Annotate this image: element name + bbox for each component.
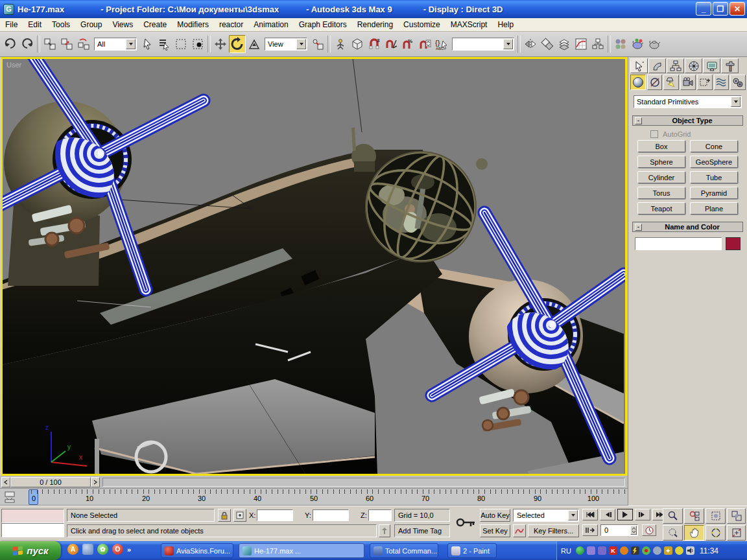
tray-icon-sound-scheme[interactable] (620, 546, 628, 555)
time-configuration-button[interactable] (642, 524, 656, 536)
key-filters-button[interactable]: Key Filters... (528, 524, 579, 537)
torus-button[interactable]: Torus (637, 187, 685, 199)
cone-button[interactable]: Cone (690, 140, 738, 152)
tray-icon-puzzle2[interactable] (598, 546, 606, 555)
select-move-icon[interactable] (212, 35, 229, 53)
systems-category-icon[interactable] (730, 75, 746, 90)
menu-group[interactable]: Group (75, 19, 107, 30)
restore-button[interactable]: ❐ (713, 2, 728, 16)
minimize-button[interactable]: _ (696, 2, 711, 16)
collapse-icon[interactable]: - (635, 117, 642, 124)
pyramid-button[interactable]: Pyramid (690, 187, 738, 199)
menu-tools[interactable]: Tools (47, 19, 75, 30)
region-zoom-button[interactable] (663, 525, 683, 541)
selection-lock-icon[interactable] (218, 509, 231, 522)
taskbar-item-aviaskins[interactable]: AviaSkins.Foru... (161, 543, 233, 558)
absolute-offset-icon[interactable] (233, 509, 246, 522)
zoom-extents-all-button[interactable] (727, 508, 746, 524)
shapes-category-icon[interactable] (647, 75, 663, 90)
tray-icon-kaspersky[interactable]: K (609, 546, 617, 555)
cameras-category-icon[interactable] (680, 75, 696, 90)
unlink-icon[interactable] (58, 35, 75, 53)
menu-views[interactable]: Views (107, 19, 138, 30)
teapot-button[interactable]: Teapot (637, 202, 685, 215)
menu-animation[interactable]: Animation (248, 19, 293, 30)
rectangular-selection-icon[interactable] (172, 35, 189, 53)
menu-edit[interactable]: Edit (23, 19, 47, 30)
open-minicurve-icon[interactable] (5, 491, 19, 503)
selection-filter-dropdown[interactable]: All (94, 38, 137, 51)
curve-editor-icon[interactable] (573, 35, 589, 53)
spinner-snap-icon[interactable] (416, 35, 433, 53)
tray-icon-puzzle1[interactable] (587, 546, 595, 555)
quicklaunch-icon-4[interactable]: O (112, 544, 123, 555)
dropdown-arrow-icon[interactable] (731, 97, 741, 107)
render-setup-icon[interactable] (629, 35, 646, 53)
align-icon[interactable] (539, 35, 556, 53)
window-crossing-icon[interactable] (189, 35, 206, 53)
set-key-button[interactable]: Set Key (480, 524, 510, 537)
menu-maxscript[interactable]: MAXScript (445, 19, 493, 30)
menu-create[interactable]: Create (138, 19, 172, 30)
select-rotate-icon[interactable] (229, 35, 246, 53)
category-dropdown[interactable]: Standard Primitives (634, 95, 742, 108)
zoom-extents-button[interactable] (706, 508, 726, 524)
auto-key-button[interactable]: Auto Key (480, 509, 510, 522)
maximize-viewport-toggle[interactable] (727, 525, 746, 541)
box-button[interactable]: Box (637, 140, 685, 152)
time-slider-track[interactable] (102, 478, 625, 487)
z-coordinate-field[interactable] (368, 509, 392, 521)
tab-hierarchy[interactable] (667, 58, 684, 73)
menu-customize[interactable]: Customize (398, 19, 445, 30)
tray-icon-icq-offline[interactable] (642, 546, 650, 555)
language-indicator[interactable]: RU (561, 547, 571, 555)
quick-render-icon[interactable] (646, 35, 663, 53)
quicklaunch-icon-2[interactable] (82, 544, 93, 555)
tube-button[interactable]: Tube (690, 171, 738, 183)
undo-icon[interactable] (2, 35, 19, 53)
tab-create[interactable] (630, 58, 648, 73)
redo-icon[interactable] (19, 35, 36, 53)
material-editor-icon[interactable] (612, 35, 629, 53)
mirror-icon[interactable] (522, 35, 539, 53)
sphere-button[interactable]: Sphere (637, 156, 685, 168)
frame-forward-button[interactable] (91, 477, 100, 487)
tray-icon-speaker[interactable] (686, 546, 694, 555)
bind-spacewarp-icon[interactable] (75, 35, 92, 53)
selected-filter-dropdown[interactable]: Selected (513, 509, 579, 522)
object-type-rollout[interactable]: - Object Type (632, 115, 743, 126)
tray-icon-volume2[interactable] (653, 546, 661, 555)
name-color-rollout[interactable]: - Name and Color (632, 222, 743, 232)
object-name-input[interactable] (635, 237, 722, 250)
select-by-name-icon[interactable] (156, 35, 172, 53)
tray-icon-ball[interactable] (675, 546, 683, 555)
tab-display[interactable] (703, 58, 720, 73)
select-scale-icon[interactable] (246, 35, 263, 53)
geometry-category-icon[interactable] (630, 75, 646, 90)
quicklaunch-overflow-chevron[interactable]: » (127, 546, 131, 554)
collapse-icon[interactable]: - (635, 224, 642, 231)
plane-button[interactable]: Plane (690, 202, 738, 215)
geosphere-button[interactable]: GeoSphere (690, 156, 738, 168)
autogrid-checkbox[interactable] (650, 130, 658, 138)
close-button[interactable]: ✕ (729, 2, 745, 16)
taskbar-item-paint[interactable]: 2 - Paint (447, 543, 497, 558)
keyboard-shortcut-icon[interactable] (332, 35, 349, 53)
next-frame-button[interactable] (635, 509, 650, 520)
zoom-button[interactable] (663, 508, 683, 524)
go-to-start-button[interactable] (582, 509, 598, 520)
menu-file[interactable]: File (0, 19, 23, 30)
snap-toggle-icon[interactable]: 3 (366, 35, 383, 53)
arc-rotate-button[interactable] (706, 525, 726, 541)
select-object-icon[interactable] (139, 35, 156, 53)
pan-button[interactable] (684, 525, 704, 541)
maxscript-mini-listener-white[interactable] (1, 523, 64, 537)
zoom-all-button[interactable] (684, 508, 704, 524)
menu-reactor[interactable]: reactor (214, 19, 248, 30)
taskbar-item-totalcmd[interactable]: Total Comman... (370, 543, 438, 558)
reference-coordinate-dropdown[interactable]: View (265, 38, 307, 51)
menu-rendering[interactable]: Rendering (352, 19, 398, 30)
angle-snap-icon[interactable] (383, 35, 399, 53)
helpers-category-icon[interactable] (697, 75, 713, 90)
key-mode-toggle[interactable] (582, 524, 598, 536)
